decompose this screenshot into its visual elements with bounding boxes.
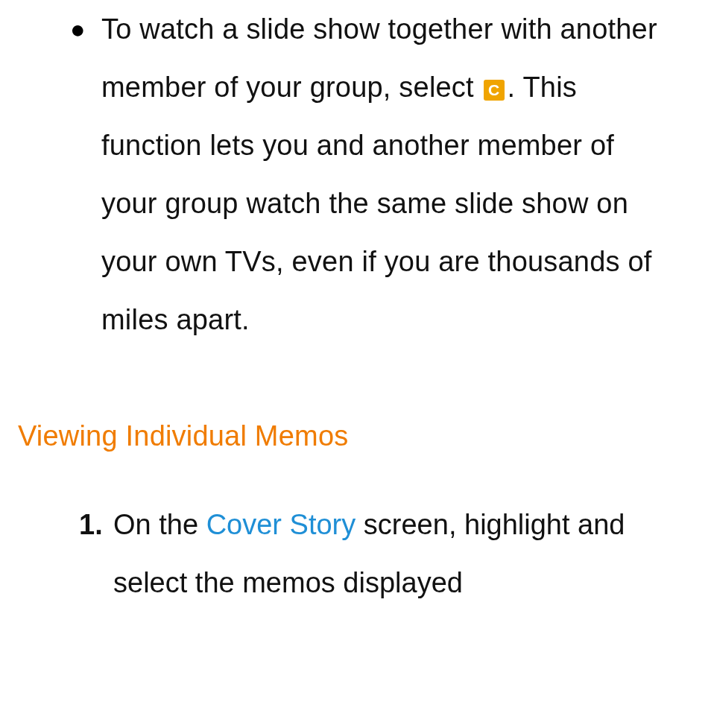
step-text-pre: On the [113,509,206,540]
section-heading: Viewing Individual Memos [18,420,684,452]
bullet-item: ● To watch a slide show together with an… [70,0,677,349]
bullet-marker: ● [70,0,101,349]
cover-story-link[interactable]: Cover Story [206,509,356,540]
step-text: On the Cover Story screen, highlight and… [113,496,677,612]
bullet-text-post: . This function lets you and another mem… [101,72,652,335]
step-number: 1. [79,496,113,612]
c-button-icon: C [484,80,505,101]
bullet-text: To watch a slide show together with anot… [101,0,677,349]
numbered-step: 1. On the Cover Story screen, highlight … [79,496,677,612]
